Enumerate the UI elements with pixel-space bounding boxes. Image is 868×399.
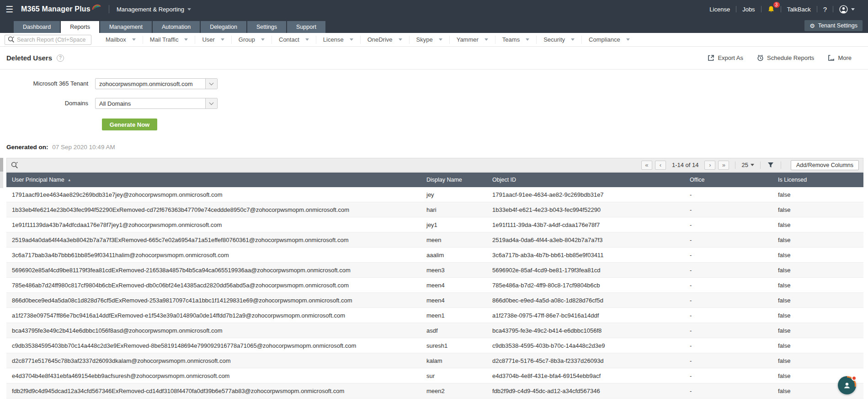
column-header-display-name[interactable]: Display Name [421, 173, 487, 187]
account-menu-button[interactable] [833, 5, 861, 14]
column-header-is-licensed[interactable]: Is Licensed [772, 173, 863, 187]
next-page-button[interactable]: › [704, 161, 715, 170]
is-licensed-cell: false [772, 308, 863, 323]
menu-group[interactable]: Group [232, 36, 272, 44]
chevron-down-icon [221, 38, 224, 41]
hamburger-icon: ☰ [5, 5, 13, 14]
talkback-link[interactable]: TalkBack [781, 6, 817, 13]
search-report-box[interactable] [5, 35, 91, 45]
menu-label: Mail Traffic [150, 36, 179, 43]
menu-license[interactable]: License [316, 36, 361, 44]
menu-mailbox[interactable]: Mailbox [99, 36, 143, 44]
display-name-cell: meen1 [421, 308, 487, 323]
jobs-link[interactable]: Jobs [736, 6, 761, 13]
product-name: M365 Manager Plus [21, 5, 91, 13]
office-cell: - [684, 308, 772, 323]
app-logo: M365 Manager Plus [21, 5, 101, 13]
office-cell: - [684, 293, 772, 308]
tab-dashboard[interactable]: Dashboard [14, 21, 60, 33]
menu-onedrive[interactable]: OneDrive [361, 36, 410, 44]
chat-support-widget[interactable] [838, 376, 856, 394]
module-dropdown[interactable]: Management & Reporting [117, 6, 191, 13]
export-icon [708, 54, 714, 61]
tab-reports[interactable]: Reports [61, 21, 99, 33]
chevron-down-icon [350, 38, 353, 41]
object-id-cell: e4d3704b-4e8f-431e-bfa4-69154ebb9acf [487, 368, 684, 383]
menu-security[interactable]: Security [537, 36, 582, 44]
hamburger-menu-button[interactable]: ☰ [5, 4, 17, 15]
export-as-button[interactable]: Export As [708, 54, 743, 61]
question-icon: ? [59, 55, 62, 60]
filter-funnel-icon [767, 162, 774, 168]
display-name-cell: aaalim [421, 248, 487, 263]
first-page-button[interactable]: « [641, 161, 652, 170]
tenant-select[interactable]: zohocorpwsmopm.onmicrosoft.com [95, 78, 218, 89]
object-id-cell: 2519ad4a-0da6-4f44-a3eb-8042b7a7a7f3 [487, 232, 684, 248]
object-id-cell: 1791aacf-91ee-4634-ae82-9c269bdb31e7 [487, 187, 684, 202]
generate-now-button[interactable]: Generate Now [102, 119, 157, 130]
display-name-cell: kalam [421, 353, 487, 368]
table-body: 1791aacf91ee4634ae829c269bdb31e7jey@zoho… [6, 187, 863, 399]
menu-user[interactable]: User [195, 36, 231, 44]
first-page-icon: « [645, 162, 648, 168]
domains-select[interactable]: All Domains [95, 98, 218, 109]
tab-delegation[interactable]: Delegation [201, 21, 246, 33]
report-help-button[interactable]: ? [57, 54, 64, 62]
select-arrow [205, 79, 217, 89]
tab-management[interactable]: Management [100, 21, 152, 33]
upn-cell: bca43795fe3e49c2b414e6dbbc1056f8asd@zoho… [6, 323, 421, 338]
upn-cell: 1e91f11139da43b7a4dfcdaa176e78f7jey1@zoh… [6, 217, 421, 232]
help-button[interactable]: ? [817, 5, 833, 13]
table-row: 5696902e85af4cd9be81179f3fea81cdExRemove… [6, 263, 863, 278]
tenant-settings-button[interactable]: ⚙ Tenant Settings [804, 20, 863, 31]
menu-label: Group [239, 36, 255, 43]
menu-mail-traffic[interactable]: Mail Traffic [143, 36, 196, 44]
upn-cell: c9db35384595403bb70c14a448c2d3e9ExRemove… [6, 338, 421, 353]
table-search-icon[interactable] [11, 162, 18, 169]
tab-support[interactable]: Support [287, 21, 325, 33]
table-row: 1b33eb4fe6214e23b043fec994f52290ExRemove… [6, 202, 863, 217]
upn-cell: 1b33eb4fe6214e23b043fec994f52290ExRemove… [6, 202, 421, 217]
column-header-object-id[interactable]: Object ID [487, 173, 684, 187]
tab-automation[interactable]: Automation [153, 21, 200, 33]
menu-teams[interactable]: Teams [495, 36, 537, 44]
upn-cell: 785e486ab7d24ff980c817cf9804b6cbExRemove… [6, 278, 421, 293]
page-size-dropdown[interactable]: 25 [741, 162, 754, 168]
license-link[interactable]: License [703, 6, 736, 13]
menu-yammer[interactable]: Yammer [450, 36, 495, 44]
chevron-down-icon [439, 38, 442, 41]
chevron-down-icon [751, 164, 754, 166]
logo-swoosh-icon [91, 2, 101, 11]
filter-button[interactable] [767, 162, 775, 168]
menu-skype[interactable]: Skype [410, 36, 450, 44]
select-arrow [205, 98, 217, 108]
prev-page-button[interactable]: ‹ [655, 161, 666, 170]
generated-on-label: Generated on: [6, 144, 48, 151]
search-report-input[interactable] [17, 37, 85, 43]
object-id-cell: bca43795-fe3e-49c2-b414-e6dbbc1056f8 [487, 323, 684, 338]
add-remove-columns-button[interactable]: Add/Remove Columns [791, 160, 859, 170]
is-licensed-cell: false [772, 248, 863, 263]
menu-label: Mailbox [106, 36, 126, 43]
chevron-down-icon [184, 38, 188, 41]
chevron-down-icon [261, 38, 265, 41]
column-header-user-principal-name[interactable]: User Principal Name▲ [6, 173, 421, 187]
table-row: fdb2f9d9c4d945dcad12a34cfd567346ExRemove… [6, 383, 863, 399]
last-page-button[interactable]: » [718, 161, 729, 170]
chevron-down-icon [399, 38, 402, 41]
more-button[interactable]: More [828, 54, 852, 61]
column-header-office[interactable]: Office [684, 173, 772, 187]
notifications-button[interactable]: 3 [761, 5, 781, 13]
search-icon [8, 36, 15, 43]
display-name-cell: meen2 [421, 383, 487, 399]
upn-cell: 5696902e85af4cd9be81179f3fea81cdExRemove… [6, 263, 421, 278]
office-cell: - [684, 338, 772, 353]
module-dropdown-label: Management & Reporting [117, 6, 184, 13]
menu-contact[interactable]: Contact [272, 36, 316, 44]
menu-compliance[interactable]: Compliance [582, 36, 637, 44]
display-name-cell: sur [421, 368, 487, 383]
schedule-reports-button[interactable]: Schedule Reports [757, 54, 814, 61]
tab-settings[interactable]: Settings [247, 21, 286, 33]
panel-resize-handle[interactable] [0, 158, 3, 188]
office-cell: - [684, 263, 772, 278]
